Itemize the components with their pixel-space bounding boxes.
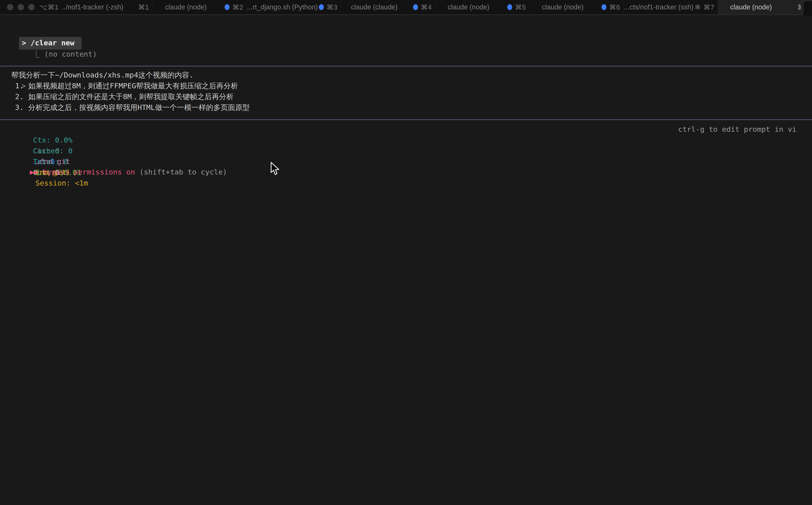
tab-label: ...rt_django.sh (Python) — [247, 3, 313, 11]
tab-shortcut: ⌘6 — [609, 3, 620, 11]
input-top-border — [0, 66, 812, 66]
activity-dot-icon — [413, 4, 418, 10]
mode-arrows-icon: ▶▶ — [30, 168, 38, 176]
prompt-line-4[interactable]: 3. 分析完成之后，按视频内容帮我用HTML做一个一模一样的多页面原型 — [15, 102, 250, 113]
command-result-row: ⎿ (no content) — [15, 38, 97, 70]
tab-claude-node-2[interactable]: claude (node) ⌘2 — [153, 0, 247, 14]
prompt-line-2[interactable]: 1. 如果视频超过8M，则通过FFMPEG帮我做最大有损压缩之后再分析 — [15, 80, 238, 91]
command-result: (no content) — [44, 50, 97, 58]
tab-shortcut: ⌘5 — [515, 3, 526, 11]
activity-dot-icon — [602, 4, 607, 10]
input-bottom-border — [0, 119, 812, 120]
window-corner — [804, 1, 812, 16]
tabbar-right-corner — [801, 0, 812, 15]
prompt-line-3[interactable]: 2. 如果压缩之后的文件还是大于8M，则帮我提取关键帧之后再分析 — [15, 91, 233, 102]
tab-label: claude (node) — [153, 3, 219, 11]
close-button[interactable] — [7, 4, 13, 10]
activity-dot-icon — [507, 4, 512, 10]
window-shortcut-label: ⌥⌘1 — [39, 3, 59, 11]
activity-dot-icon — [319, 4, 324, 10]
tab-shortcut: ⌘3 — [327, 3, 338, 11]
activity-dot-icon — [224, 4, 229, 10]
tab-label: claude (claude) — [341, 3, 408, 11]
tab-claude-node-8-active[interactable]: claude (node) ⌘8 — [718, 0, 812, 14]
spinner-icon: ✻ — [695, 4, 701, 11]
tab-claude-node-6[interactable]: claude (node) ⌘6 — [529, 0, 624, 14]
result-branch-icon: ⎿ — [33, 50, 40, 58]
tab-shortcut: ⌘1 — [138, 3, 149, 11]
tab-nof1-tracker-ssh[interactable]: ...cts/nof1-tracker (ssh) ✻ ⌘7 — [624, 0, 718, 14]
traffic-lights — [7, 0, 34, 14]
prompt-line-1[interactable]: 帮我分析一下~/Downloads/xhs.mp4这个视频的内容. — [11, 69, 194, 80]
edit-prompt-hint: ctrl-g to edit prompt in vi — [678, 124, 797, 135]
minimize-button[interactable] — [18, 4, 24, 10]
tab-label: ...cts/nof1-tracker (ssh) — [624, 3, 690, 11]
mouse-cursor — [270, 162, 280, 176]
terminal-content: > /clear new ⎿ (no content) > 帮我分析一下~/Do… — [0, 16, 812, 505]
tab-shortcut: ⌘4 — [421, 3, 432, 11]
tab-rt-django-python[interactable]: ...rt_django.sh (Python) ⌘3 — [247, 0, 341, 14]
tab-claude-node-5[interactable]: claude (node) ⌘5 — [435, 0, 529, 14]
tab-nof1-tracker-zsh[interactable]: ⌥⌘1 ../nof1-tracker (-zsh) ⌘1 — [0, 0, 153, 14]
tab-label: ../nof1-tracker (-zsh) — [56, 3, 129, 11]
tab-claude-claude-4[interactable]: claude (claude) ⌘4 — [341, 0, 435, 14]
permission-mode: bypass permissions on — [43, 168, 135, 176]
tab-label: claude (node) — [529, 3, 596, 11]
status-row-mode: ▶▶ bypass permissions on (shift+tab to c… — [12, 156, 227, 188]
mode-cycle-hint: (shift+tab to cycle) — [139, 168, 227, 176]
tab-label: claude (node) — [718, 3, 784, 11]
zoom-button[interactable] — [28, 4, 34, 10]
tab-label: claude (node) — [435, 3, 502, 11]
tab-bar: ⌥⌘1 ../nof1-tracker (-zsh) ⌘1 claude (no… — [0, 0, 812, 15]
tab-shortcut: ⌘7 — [703, 3, 714, 11]
tab-shortcut: ⌘2 — [232, 3, 243, 11]
